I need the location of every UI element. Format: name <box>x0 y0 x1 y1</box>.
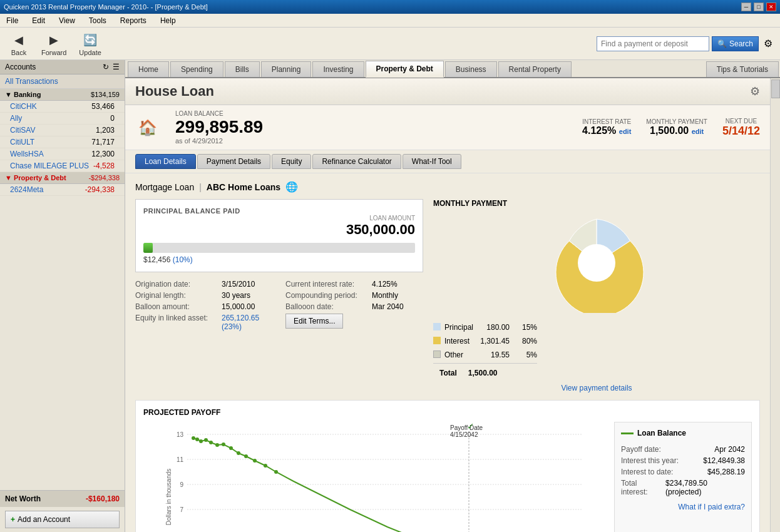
sidebar-header: Accounts ↻ ☰ <box>0 60 125 74</box>
account-item-ally[interactable]: Ally 0 <box>0 113 125 125</box>
menu-tools[interactable]: Tools <box>85 15 110 26</box>
account-item-2624meta[interactable]: 2624Meta -294,338 <box>0 184 125 196</box>
loan-balance-amount: 299,895.89 <box>175 117 567 137</box>
tab-home[interactable]: Home <box>128 61 169 77</box>
tab-tips[interactable]: Tips & Tutorials <box>706 61 779 77</box>
loan-icon: 🏠 <box>135 115 160 140</box>
tab-investing[interactable]: Investing <box>312 61 364 77</box>
compounding-value: Monthly <box>372 291 398 300</box>
close-button[interactable]: ✕ <box>766 3 776 11</box>
account-amount: -4,528 <box>93 161 115 170</box>
account-item-wellshsa[interactable]: WellsHSA 12,300 <box>0 148 125 160</box>
account-item-citiult[interactable]: CitiULT 71,717 <box>0 136 125 148</box>
sidebar-title: Accounts <box>5 63 36 71</box>
interest-date-legend-label: Interest to date: <box>621 468 673 476</box>
account-item-chase[interactable]: Chase MILEAGE PLUS -4,528 <box>0 160 125 172</box>
property-debt-group-amount: -$294,338 <box>88 174 120 182</box>
account-amount: 0 <box>110 114 115 123</box>
update-button[interactable]: 🔄 Update <box>75 30 105 58</box>
what-if-extra-link[interactable]: What if I paid extra? <box>621 503 745 511</box>
subtab-refinance[interactable]: Refinance Calculator <box>312 154 401 169</box>
tab-rental-property[interactable]: Rental Property <box>498 61 572 77</box>
banking-group-header[interactable]: ▼ Banking $134,159 <box>0 89 125 101</box>
tab-property-debt[interactable]: Property & Debt <box>366 61 444 78</box>
tab-bills[interactable]: Bills <box>225 61 260 77</box>
tab-business[interactable]: Business <box>445 61 497 77</box>
current-interest-value: 4.125% <box>372 280 398 289</box>
sidebar-settings-icon[interactable]: ☰ <box>113 63 120 71</box>
net-worth-label: Net Worth <box>5 494 41 503</box>
refresh-icon[interactable]: ↻ <box>103 63 109 71</box>
equity-value: 265,120.65 (23%) <box>222 314 273 331</box>
principal-balance-label: PRINCIPAL BALANCE PAID <box>143 207 415 215</box>
total-interest-legend-value: $234,789.50 (projected) <box>665 479 745 496</box>
content-area: House Loan ⚙ 🏠 LOAN BALANCE 299,895.89 a… <box>125 78 770 532</box>
monthly-payment-edit[interactable]: edit <box>692 128 704 135</box>
menu-file[interactable]: File <box>3 15 22 26</box>
globe-icon[interactable]: 🌐 <box>285 181 298 193</box>
account-amount: 53,466 <box>91 102 115 111</box>
interest-rate-edit[interactable]: edit <box>619 128 632 135</box>
chart-legend: Loan Balance Payoff date: Apr 2042 Inter… <box>614 422 752 532</box>
progress-bar-fill <box>143 243 153 253</box>
svg-text:✓: ✓ <box>467 422 475 431</box>
plus-icon: + <box>11 515 15 524</box>
search-input[interactable] <box>597 36 709 51</box>
loan-amount-label: LOAN AMOUNT <box>143 215 415 222</box>
content-scrollbar[interactable] <box>770 78 780 532</box>
subtab-loan-details[interactable]: Loan Details <box>135 154 196 169</box>
menu-view[interactable]: View <box>55 15 79 26</box>
original-length-row: Original length: 30 years <box>135 291 273 300</box>
monthly-payment-meta: MONTHLY PAYMENT 1,500.00 edit <box>646 118 707 136</box>
equity-label: Equity in linked asset: <box>135 314 217 322</box>
total-amount: 1,500.00 <box>463 366 503 377</box>
subtab-equity[interactable]: Equity <box>272 154 311 169</box>
settings-icon[interactable]: ⚙ <box>761 35 775 52</box>
view-payment-details-link[interactable]: View payment details <box>433 384 760 392</box>
search-button[interactable]: 🔍 Search <box>712 36 759 51</box>
mortgage-heading: Mortgage Loan | ABC Home Loans 🌐 <box>135 181 760 193</box>
interest-rate-value: 4.125% edit <box>582 125 631 136</box>
property-debt-group-header[interactable]: ▼ Property & Debt -$294,338 <box>0 172 125 184</box>
mortgage-company: ABC Home Loans <box>207 182 280 192</box>
svg-text:13: 13 <box>177 431 184 438</box>
account-item-citisav[interactable]: CitiSAV 1,203 <box>0 125 125 136</box>
chart-canvas: Dollars in thousands <box>143 422 607 532</box>
loan-balance-section: LOAN BALANCE 299,895.89 as of 4/29/2012 <box>175 110 567 145</box>
balloon-date-label: Ballooon date: <box>285 302 367 311</box>
balloon-amount-row: Balloon amount: 15,000.00 <box>135 302 273 311</box>
menu-edit[interactable]: Edit <box>28 15 49 26</box>
forward-button[interactable]: ▶ Forward <box>38 30 70 58</box>
page-settings-icon[interactable]: ⚙ <box>750 84 760 98</box>
menu-reports[interactable]: Reports <box>116 15 150 26</box>
account-name: Chase MILEAGE PLUS <box>10 161 89 170</box>
account-name: CitiULT <box>10 138 34 146</box>
other-payment-amount: 19.55 <box>477 349 515 361</box>
pie-chart <box>547 213 647 313</box>
account-name: CitiCHK <box>10 102 37 111</box>
edit-terms-button[interactable]: Edit Terms... <box>285 314 343 329</box>
subtab-whatif[interactable]: What-If Tool <box>403 154 461 169</box>
menu-help[interactable]: Help <box>157 15 180 26</box>
tab-planning[interactable]: Planning <box>261 61 312 77</box>
maximize-button[interactable]: □ <box>754 3 764 11</box>
window-controls[interactable]: ─ □ ✕ <box>741 3 776 11</box>
total-interest-row: Total interest: $234,789.50 (projected) <box>621 478 745 498</box>
account-amount: 12,300 <box>91 150 115 158</box>
subtab-payment-details[interactable]: Payment Details <box>197 154 270 169</box>
chart-svg: Dollars in thousands <box>143 422 607 532</box>
interest-payment-pct: 80% <box>518 337 537 345</box>
loan-left: PRINCIPAL BALANCE PAID LOAN AMOUNT 350,0… <box>135 199 423 392</box>
payoff-date-row: Payoff date: Apr 2042 <box>621 444 745 455</box>
scrollbar-thumb[interactable] <box>771 79 780 98</box>
all-transactions-link[interactable]: All Transactions <box>0 74 125 89</box>
content-scroll: House Loan ⚙ 🏠 LOAN BALANCE 299,895.89 a… <box>125 78 780 532</box>
back-button[interactable]: ◀ Back <box>5 30 33 58</box>
minimize-button[interactable]: ─ <box>741 3 751 11</box>
current-interest-label: Current interest rate: <box>285 280 367 289</box>
interest-payment-amount: 1,301.45 <box>475 335 515 347</box>
add-account-button[interactable]: + Add an Account <box>5 511 120 528</box>
content: House Loan ⚙ 🏠 LOAN BALANCE 299,895.89 a… <box>125 78 770 532</box>
tab-spending[interactable]: Spending <box>170 61 223 77</box>
account-item-citicHK[interactable]: CitiCHK 53,466 <box>0 101 125 113</box>
